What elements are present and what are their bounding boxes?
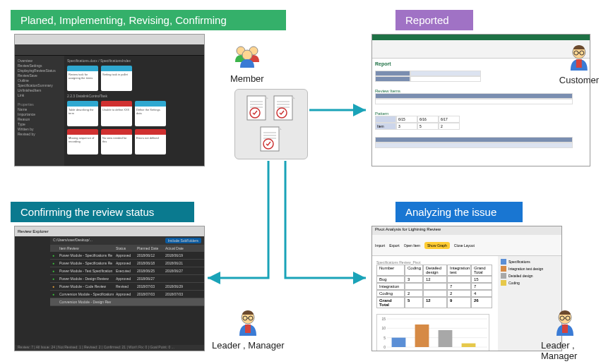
review-explorer-screenshot: Review Explorer C:/Users/user/Desktop/..… [14,226,205,351]
svg-marker-29 [279,127,282,130]
leader-manager-left-icon: Leader , Manager [212,308,285,351]
svg-rect-12 [439,330,453,347]
document-check-icon [259,126,283,154]
svg-marker-23 [292,96,295,99]
leader-manager-label: Leader , Manager [212,340,285,351]
svg-rect-14 [462,344,476,347]
customer-label: Customer [559,75,599,85]
document-check-icon [246,95,270,123]
label-analyzing: Analyzing the issue [395,202,523,222]
svg-marker-17 [266,96,268,99]
person-glasses-icon [232,308,263,339]
customer-icon: Customer [559,42,599,85]
label-confirming: Confirming the review status [11,202,194,222]
arrow-to-analyzing [282,159,374,286]
svg-point-36 [242,50,252,60]
label-planning: Planed, Implementing, Revising, Confirmi… [11,10,286,30]
svg-rect-8 [392,338,406,347]
excel-report-screenshot: Report Review Items Pattern 6/15 [371,34,590,166]
member-label: Member [230,73,264,84]
pivot-analysis-screenshot: Pivot Analysis for Lightning Review Impo… [371,226,562,351]
review-app-screenshot: Overview ReviewSettings DisplayingReview… [14,34,205,166]
person-glasses-icon [564,42,595,73]
label-reported: Reported [395,10,473,30]
arrow-to-confirming [198,159,282,286]
leader-manager-label: Leader , Manager [541,340,589,361]
pivot-bar-chart: 051015CodingDetailed designIntegration t… [376,314,489,351]
svg-rect-51 [562,324,568,333]
person-glasses-icon [549,308,581,339]
review-app-sidebar: Overview ReviewSettings DisplayingReview… [15,56,64,166]
svg-text:10: 10 [381,326,386,330]
svg-rect-10 [415,324,429,347]
svg-rect-41 [576,59,582,68]
leader-manager-right-icon: Leader , Manager [541,308,589,361]
people-group-icon [232,41,263,72]
svg-text:15: 15 [381,317,386,321]
document-check-icon [273,95,297,123]
arrow-to-reported [308,102,371,119]
documents-stack [234,89,308,159]
svg-text:5: 5 [383,336,386,340]
svg-text:0: 0 [383,345,386,349]
member-icon: Member [230,41,264,84]
review-app-cards: Specifications.docx / SpecificationsInde… [64,56,204,166]
svg-rect-46 [245,324,251,333]
